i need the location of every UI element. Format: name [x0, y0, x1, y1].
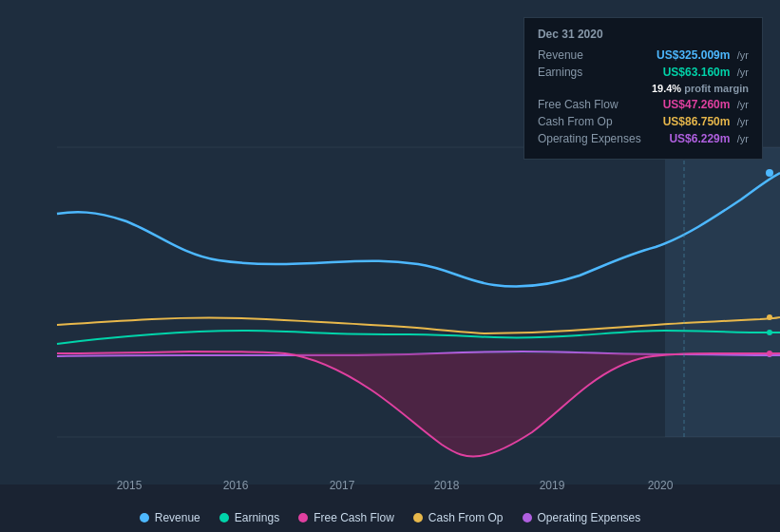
legend-item-cashfromop[interactable]: Cash From Op [413, 511, 504, 524]
x-label-2020: 2020 [648, 479, 674, 492]
x-label-2019: 2019 [540, 479, 565, 492]
tooltip-box: Dec 31 2020 Revenue US$325.009m /yr Earn… [523, 17, 763, 160]
legend-item-revenue[interactable]: Revenue [140, 511, 200, 524]
tooltip-label-fcf: Free Cash Flow [538, 98, 633, 111]
tooltip-unit-earnings: /yr [737, 66, 749, 78]
tooltip-value-fcf: US$47.260m [663, 98, 731, 111]
svg-point-8 [767, 314, 772, 320]
tooltip-label-opex: Operating Expenses [538, 132, 641, 145]
legend-label-revenue: Revenue [155, 511, 200, 524]
x-label-2017: 2017 [330, 479, 355, 492]
tooltip-unit-opex: /yr [737, 133, 749, 144]
x-label-2018: 2018 [434, 479, 460, 492]
legend-item-opex[interactable]: Operating Expenses [523, 511, 641, 524]
tooltip-label-revenue: Revenue [538, 48, 633, 62]
legend-label-cashfromop: Cash From Op [428, 511, 504, 524]
legend-item-earnings[interactable]: Earnings [219, 511, 279, 524]
x-label-2015: 2015 [117, 479, 143, 492]
tooltip-row-fcf: Free Cash Flow US$47.260m /yr [538, 98, 749, 111]
tooltip-value-cashfromop: US$86.750m [663, 115, 731, 128]
tooltip-row-revenue: Revenue US$325.009m /yr [538, 48, 749, 62]
tooltip-row-earnings: Earnings US$63.160m /yr [538, 66, 749, 79]
chart-legend: Revenue Earnings Free Cash Flow Cash Fro… [0, 511, 780, 524]
tooltip-value-earnings: US$63.160m [663, 66, 731, 79]
legend-dot-cashfromop [413, 513, 423, 522]
tooltip-title: Dec 31 2020 [538, 28, 749, 41]
chart-container: US$350m US$0 -US$150m 2015 20 [0, 0, 780, 532]
svg-point-6 [766, 169, 773, 177]
legend-dot-earnings [219, 513, 229, 522]
svg-point-7 [767, 330, 772, 335]
tooltip-unit-revenue: /yr [737, 49, 749, 61]
tooltip-unit-cashfromop: /yr [737, 116, 749, 127]
svg-rect-4 [665, 147, 780, 437]
tooltip-label-cashfromop: Cash From Op [538, 115, 633, 128]
tooltip-label-earnings: Earnings [538, 66, 633, 79]
legend-dot-fcf [298, 513, 308, 522]
legend-label-earnings: Earnings [235, 511, 279, 524]
legend-dot-revenue [140, 513, 149, 522]
legend-dot-opex [523, 513, 532, 522]
tooltip-value-opex: US$6.229m [669, 132, 730, 145]
legend-label-fcf: Free Cash Flow [314, 511, 394, 524]
svg-point-10 [767, 351, 772, 356]
legend-label-opex: Operating Expenses [538, 511, 641, 524]
profit-margin-row: 19.4% profit margin [538, 83, 749, 94]
legend-item-fcf[interactable]: Free Cash Flow [298, 511, 394, 524]
tooltip-value-revenue: US$325.009m [656, 48, 730, 62]
x-label-2016: 2016 [223, 479, 249, 492]
tooltip-unit-fcf: /yr [737, 99, 749, 110]
tooltip-row-opex: Operating Expenses US$6.229m /yr [538, 132, 749, 145]
tooltip-row-cashfromop: Cash From Op US$86.750m /yr [538, 115, 749, 128]
